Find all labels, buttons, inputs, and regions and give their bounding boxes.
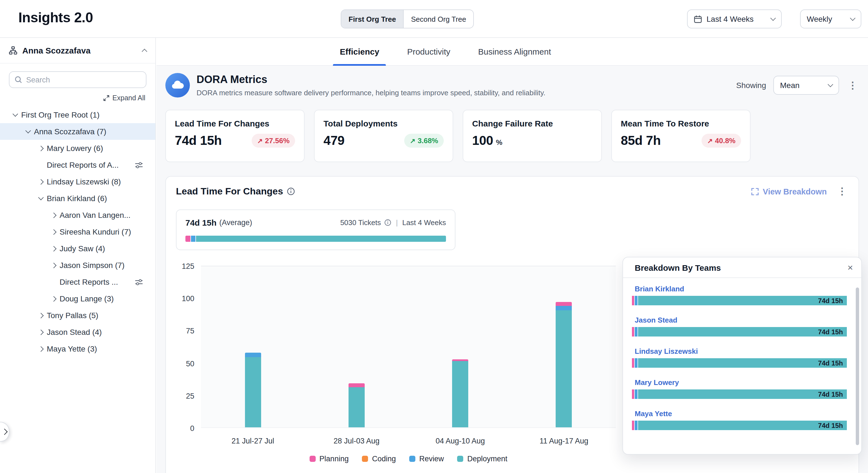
chevron-down-icon[interactable] — [12, 111, 18, 117]
chevron-down-icon[interactable] — [38, 195, 43, 200]
chevron-right-icon[interactable] — [51, 262, 56, 268]
info-icon[interactable] — [287, 187, 296, 196]
legend-item-planning[interactable]: Planning — [309, 454, 348, 463]
chevron-right-icon[interactable] — [38, 145, 43, 151]
breakdown-value: 74d 15h — [818, 328, 843, 336]
search-input[interactable] — [26, 76, 141, 84]
chevron-right-icon[interactable] — [38, 179, 43, 184]
chevron-right-icon[interactable] — [38, 313, 43, 318]
tab-productivity[interactable]: Productivity — [405, 38, 452, 65]
legend-item-review[interactable]: Review — [409, 454, 444, 463]
metric-card-delta: 3.68% — [417, 137, 438, 145]
tree-chevron-box — [49, 213, 58, 217]
bar-segment-deployment: 74d 15h — [638, 421, 847, 430]
breakdown-row-mary-lowery: Mary Lowery74d 15h — [632, 378, 847, 399]
breakdown-value: 74d 15h — [818, 390, 843, 398]
tree-chevron-box — [49, 230, 58, 234]
tree-item-sireesha-kunduri-7[interactable]: Sireesha Kunduri (7) — [0, 224, 155, 240]
tree-item-brian-kirkland-6[interactable]: Brian Kirkland (6) — [0, 190, 155, 207]
chart-bar-28-jul-03-aug[interactable] — [348, 383, 365, 427]
chevron-right-icon[interactable] — [51, 296, 56, 301]
search-icon — [14, 76, 22, 84]
info-icon[interactable] — [384, 219, 392, 226]
tree-chevron-box — [10, 114, 20, 116]
filter-icon[interactable] — [135, 161, 143, 169]
breakdown-team-link[interactable]: Mary Lowery — [635, 378, 847, 387]
chevron-up-icon[interactable] — [142, 49, 147, 54]
tree-chevron-box — [36, 314, 45, 317]
chevron-right-icon[interactable] — [51, 229, 56, 235]
date-range-select[interactable]: Last 4 Weeks — [687, 9, 782, 28]
tab-efficiency[interactable]: Efficiency — [338, 38, 381, 65]
tickets-count: 5030 Tickets — [340, 218, 381, 227]
metric-card-title: Change Failure Rate — [472, 119, 592, 128]
expand-corners-icon — [751, 187, 759, 195]
chevron-right-icon[interactable] — [51, 246, 56, 251]
distribution-segment-review — [191, 236, 195, 242]
tree-item-maya-yette-3[interactable]: Maya Yette (3) — [0, 341, 155, 357]
chevron-right-icon[interactable] — [51, 212, 56, 218]
tree-item-direct-reports[interactable]: Direct Reports ... — [0, 273, 155, 290]
tree-item-aaron-van-langen[interactable]: Aaron Van Langen... — [0, 207, 155, 224]
breakdown-scrollbar-thumb[interactable] — [856, 288, 859, 445]
top-header: Insights 2.0 First Org TreeSecond Org Tr… — [0, 0, 868, 38]
close-icon[interactable]: × — [847, 263, 853, 272]
granularity-select[interactable]: Weekly — [800, 9, 861, 28]
chevron-down-icon[interactable] — [25, 128, 31, 134]
tree-item-anna-scozzafava-7[interactable]: Anna Scozzafava (7) — [0, 123, 155, 140]
chart-bar-11-aug-17-aug[interactable] — [556, 302, 572, 427]
tree-item-tony-pallas-5[interactable]: Tony Pallas (5) — [0, 307, 155, 324]
org-toggle-second-org-tree[interactable]: Second Org Tree — [403, 10, 473, 28]
tree-item-label: First Org Tree Root (1) — [21, 110, 100, 119]
tab-business-alignment[interactable]: Business Alignment — [476, 38, 553, 65]
org-toggle-first-org-tree[interactable]: First Org Tree — [341, 10, 403, 28]
tree-item-mary-lowery-6[interactable]: Mary Lowery (6) — [0, 140, 155, 156]
breakdown-team-link[interactable]: Maya Yette — [635, 410, 847, 418]
sidebar-owner-name: Anna Scozzafava — [22, 46, 137, 55]
breakdown-panel: Breakdown By Teams × Brian Kirkland74d 1… — [622, 257, 862, 454]
tree-item-judy-saw-4[interactable]: Judy Saw (4) — [0, 240, 155, 257]
main-tabs: EfficiencyProductivityBusiness Alignment — [156, 38, 868, 66]
tree-chevron-box — [49, 246, 58, 250]
metric-card-delta-badge: ↗3.68% — [404, 134, 444, 148]
breakdown-team-link[interactable]: Brian Kirkland — [635, 285, 847, 293]
tree-item-jason-simpson-7[interactable]: Jason Simpson (7) — [0, 257, 155, 273]
bar-segment-deployment: 74d 15h — [638, 327, 847, 336]
breakdown-title: Breakdown By Teams — [635, 263, 847, 272]
filter-icon[interactable] — [135, 278, 143, 286]
bar-segment-deployment — [452, 361, 468, 427]
sidebar-owner-row[interactable]: Anna Scozzafava — [0, 38, 155, 63]
bar-segment-review — [635, 389, 638, 399]
tree-item-jason-stead-4[interactable]: Jason Stead (4) — [0, 324, 155, 341]
tree-chevron-box — [36, 180, 45, 184]
chart-kebab-menu-icon[interactable]: ⋮ — [836, 185, 848, 197]
breakdown-team-link[interactable]: Jason Stead — [635, 316, 847, 324]
tree-item-label: Aaron Van Langen... — [60, 211, 130, 219]
tree-item-doug-lange-3[interactable]: Doug Lange (3) — [0, 290, 155, 307]
bar-segment-deployment — [556, 311, 572, 427]
expand-all-button[interactable]: Expand All — [10, 94, 145, 102]
legend-swatch — [457, 456, 464, 462]
org-chart-icon — [9, 46, 17, 55]
chevron-right-icon[interactable] — [38, 329, 43, 335]
tree-item-direct-reports-of-a[interactable]: Direct Reports of A... — [0, 156, 155, 173]
chevron-down-icon — [850, 15, 856, 21]
view-breakdown-button[interactable]: View Breakdown — [751, 187, 827, 196]
showing-select[interactable]: Mean — [773, 76, 839, 95]
legend-item-deployment[interactable]: Deployment — [457, 454, 507, 463]
tree-item-label: Jason Stead (4) — [47, 328, 102, 336]
bar-segment-review — [556, 306, 572, 311]
metric-card-delta-badge: ↗27.56% — [252, 134, 295, 148]
bar-segment-review — [635, 421, 638, 430]
tree-item-first-org-tree-root-1[interactable]: First Org Tree Root (1) — [0, 107, 155, 123]
breakdown-team-link[interactable]: Lindsay Liszewski — [635, 347, 847, 355]
lead-time-chart: 0255075100125 — [201, 266, 616, 428]
tree-item-lindsay-liszewski-8[interactable]: Lindsay Liszewski (8) — [0, 173, 155, 190]
legend-item-coding[interactable]: Coding — [362, 454, 396, 463]
chart-bar-21-jul-27-jul[interactable] — [245, 353, 261, 427]
chevron-right-icon[interactable] — [38, 346, 43, 352]
bar-segment-deployment: 74d 15h — [638, 296, 847, 305]
chart-bar-04-aug-10-aug[interactable] — [452, 359, 468, 427]
dora-kebab-menu-icon[interactable]: ⋮ — [846, 79, 859, 91]
breakdown-bar: 74d 15h — [632, 358, 847, 368]
